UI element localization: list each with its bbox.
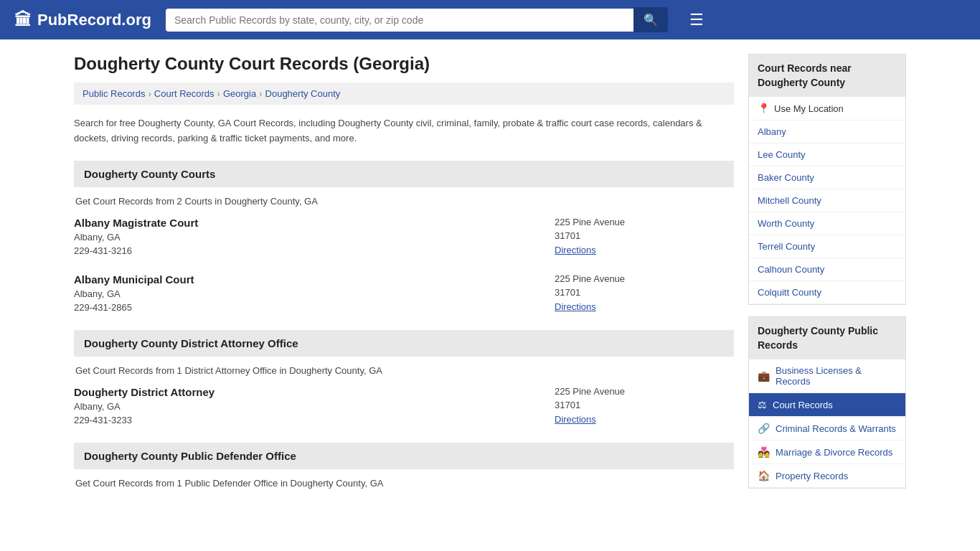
pub-court-label: Court Records: [773, 400, 833, 410]
court-address-municipal: 225 Pine Avenue: [555, 273, 734, 284]
court-entry-da: Dougherty District Attorney Albany, GA 2…: [74, 386, 734, 425]
section-pd-desc: Get Court Records from 1 Public Defender…: [74, 478, 734, 489]
sidebar-item-baker-county-label: Baker County: [758, 172, 814, 183]
use-location-label: Use My Location: [774, 103, 844, 114]
sidebar-item-albany-label: Albany: [758, 126, 786, 137]
search-input[interactable]: [166, 9, 633, 32]
sidebar-item-mitchell-county[interactable]: Mitchell County: [749, 189, 905, 212]
sidebar-item-terrell-county-label: Terrell County: [758, 241, 815, 252]
sidebar-nearby-box: Court Records nearDougherty County 📍 Use…: [748, 54, 906, 305]
sidebar-item-colquitt-county[interactable]: Colquitt County: [749, 281, 905, 304]
page-title: Dougherty County Court Records (Georgia): [74, 54, 734, 74]
section-public-defender: Dougherty County Public Defender Office …: [74, 443, 734, 489]
sidebar-item-lee-county-label: Lee County: [758, 149, 806, 160]
pub-marriage-label: Marriage & Divorce Records: [776, 447, 892, 458]
breadcrumb-dougherty-county[interactable]: Dougherty County: [265, 88, 341, 99]
court-city-da: Albany, GA: [74, 401, 555, 412]
balance-icon: ⚖: [758, 399, 767, 410]
court-city-magistrate: Albany, GA: [74, 232, 555, 242]
court-phone-magistrate: 229-431-3216: [74, 245, 555, 256]
sidebar-item-worth-county-label: Worth County: [758, 218, 814, 229]
court-zip-municipal: 31701: [555, 287, 734, 298]
sidebar-pub-records-title: Dougherty County Public Records: [749, 317, 905, 359]
pub-business-label: Business Licenses & Records: [776, 365, 897, 387]
search-button[interactable]: 🔍: [633, 7, 668, 32]
site-logo[interactable]: 🏛 PubRecord.org: [14, 10, 151, 30]
sidebar-pub-court-records[interactable]: ⚖ Court Records: [749, 393, 905, 417]
section-courts-header: Dougherty County Courts: [74, 161, 734, 187]
sidebar-item-colquitt-county-label: Colquitt County: [758, 287, 821, 298]
court-zip-da: 31701: [555, 400, 734, 410]
court-entry-magistrate: Albany Magistrate Court Albany, GA 229-4…: [74, 217, 734, 256]
directions-link-magistrate[interactable]: Directions: [555, 245, 596, 255]
sidebar-pub-business-licenses[interactable]: 💼 Business Licenses & Records: [749, 359, 905, 393]
sidebar-pub-property-records[interactable]: 🏠 Property Records: [749, 464, 905, 488]
logo-text: PubRecord.org: [37, 11, 151, 29]
court-name-municipal: Albany Municipal Court: [74, 273, 555, 286]
location-icon: 📍: [758, 103, 770, 114]
main-container: Dougherty County Court Records (Georgia)…: [60, 39, 920, 517]
house-icon: 🏠: [758, 470, 770, 481]
breadcrumb-court-records[interactable]: Court Records: [154, 88, 215, 99]
briefcase-icon: 💼: [758, 370, 770, 382]
court-name-da: Dougherty District Attorney: [74, 386, 555, 398]
court-address-magistrate: 225 Pine Avenue: [555, 217, 734, 227]
directions-link-da[interactable]: Directions: [555, 414, 596, 425]
search-container: 🔍: [166, 7, 668, 32]
court-city-municipal: Albany, GA: [74, 288, 555, 299]
site-header: 🏛 PubRecord.org 🔍 ☰: [0, 0, 980, 39]
chain-icon: 🔗: [758, 423, 770, 434]
page-description: Search for free Dougherty County, GA Cou…: [74, 116, 734, 146]
court-entry-municipal: Albany Municipal Court Albany, GA 229-43…: [74, 273, 734, 313]
section-district-attorney: Dougherty County District Attorney Offic…: [74, 330, 734, 425]
sidebar-pub-criminal-records[interactable]: 🔗 Criminal Records & Warrants: [749, 417, 905, 441]
section-pd-header: Dougherty County Public Defender Office: [74, 443, 734, 469]
sidebar-item-baker-county[interactable]: Baker County: [749, 166, 905, 189]
section-da-desc: Get Court Records from 1 District Attorn…: [74, 365, 734, 376]
court-phone-da: 229-431-3233: [74, 415, 555, 425]
breadcrumb: Public Records › Court Records › Georgia…: [74, 83, 734, 105]
sidebar-item-albany[interactable]: Albany: [749, 121, 905, 143]
breadcrumb-public-records[interactable]: Public Records: [83, 88, 145, 99]
rings-icon: 💑: [758, 446, 770, 458]
court-name-magistrate: Albany Magistrate Court: [74, 217, 555, 229]
section-da-header: Dougherty County District Attorney Offic…: [74, 330, 734, 357]
section-courts: Dougherty County Courts Get Court Record…: [74, 161, 734, 313]
section-courts-desc: Get Court Records from 2 Courts in Dough…: [74, 196, 734, 207]
sidebar-pub-marriage-records[interactable]: 💑 Marriage & Divorce Records: [749, 441, 905, 464]
sidebar-item-lee-county[interactable]: Lee County: [749, 143, 905, 166]
sidebar-item-terrell-county[interactable]: Terrell County: [749, 235, 905, 258]
sidebar-item-mitchell-county-label: Mitchell County: [758, 195, 821, 206]
sidebar-pub-records-box: Dougherty County Public Records 💼 Busine…: [748, 316, 906, 489]
sidebar-nearby-title: Court Records nearDougherty County: [749, 55, 905, 97]
court-zip-magistrate: 31701: [555, 230, 734, 241]
sidebar-item-calhoun-county[interactable]: Calhoun County: [749, 258, 905, 281]
breadcrumb-georgia[interactable]: Georgia: [223, 88, 256, 99]
menu-button[interactable]: ☰: [689, 11, 704, 29]
sidebar: Court Records nearDougherty County 📍 Use…: [748, 54, 906, 503]
sidebar-item-calhoun-county-label: Calhoun County: [758, 264, 824, 275]
sidebar-item-worth-county[interactable]: Worth County: [749, 212, 905, 235]
menu-icon: ☰: [689, 11, 704, 29]
search-icon: 🔍: [644, 14, 658, 26]
logo-icon: 🏛: [14, 10, 32, 30]
court-address-da: 225 Pine Avenue: [555, 386, 734, 397]
pub-property-label: Property Records: [776, 471, 848, 481]
court-phone-municipal: 229-431-2865: [74, 302, 555, 313]
sidebar-use-location[interactable]: 📍 Use My Location: [749, 97, 905, 121]
pub-criminal-label: Criminal Records & Warrants: [776, 423, 896, 434]
directions-link-municipal[interactable]: Directions: [555, 301, 596, 312]
main-content: Dougherty County Court Records (Georgia)…: [74, 54, 734, 503]
